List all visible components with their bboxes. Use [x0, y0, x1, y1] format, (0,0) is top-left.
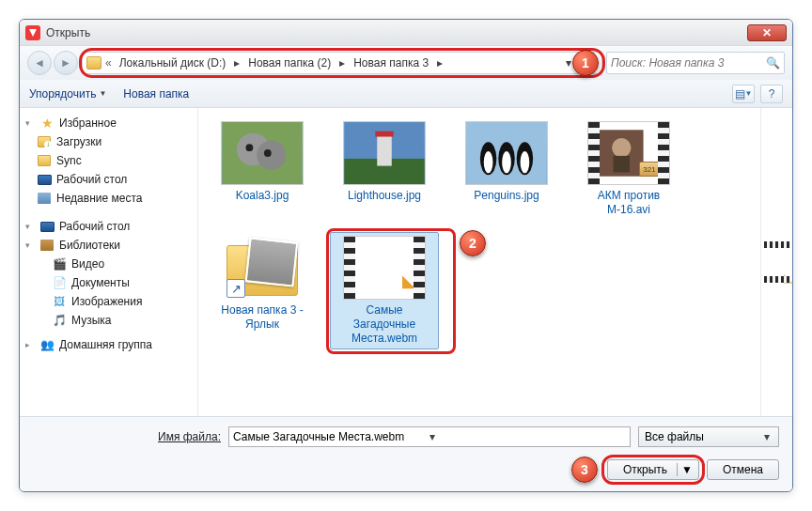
- chevron-down-icon: ▼: [99, 89, 106, 98]
- tree-collapse-icon[interactable]: ▾: [25, 118, 35, 128]
- filename-combobox[interactable]: Самые Загадочные Места.webm ▾: [228, 426, 631, 447]
- chevron-right-icon[interactable]: ▸: [336, 56, 348, 70]
- file-item-image[interactable]: Koala3.jpg: [208, 117, 317, 221]
- file-list[interactable]: Koala3.jpg Lighthouse.jpg Penguins.jpg 3…: [198, 108, 792, 416]
- player-badge-icon: 321: [639, 162, 660, 177]
- svg-point-4: [264, 149, 272, 157]
- svg-point-3: [246, 144, 254, 151]
- breadcrumb-seg-2[interactable]: Новая папка 3: [350, 54, 432, 71]
- breadcrumb-seg-1[interactable]: Новая папка (2): [244, 54, 335, 71]
- folder-icon: [38, 155, 51, 166]
- video-thumbnail: 321: [587, 121, 670, 185]
- chevron-right-icon[interactable]: ▸: [231, 56, 242, 70]
- video-thumbnail: ◣: [343, 236, 426, 300]
- sidebar-item-recent[interactable]: Недавние места: [23, 189, 194, 208]
- sidebar-item-downloads[interactable]: Загрузки: [23, 132, 194, 151]
- pictures-icon: 🖼: [52, 294, 67, 309]
- file-item-image[interactable]: Penguins.jpg: [452, 117, 561, 221]
- nav-back-button[interactable]: ◄: [27, 51, 52, 75]
- svg-point-13: [484, 151, 493, 173]
- filename-value: Самые Загадочные Места.webm: [233, 430, 427, 443]
- app-icon: [25, 25, 40, 40]
- sidebar-homegroup[interactable]: ▸ 👥 Домашняя группа: [23, 335, 194, 354]
- file-item-video[interactable]: 321 АКМ против М-16.avi: [574, 117, 683, 221]
- nav-arrows: ◄ ►: [27, 51, 78, 75]
- organize-button[interactable]: Упорядочить ▼: [29, 87, 106, 101]
- body-area: ▾ ★ Избранное Загрузки Sync Рабочий стол…: [20, 108, 792, 416]
- file-label: Lighthouse.jpg: [348, 189, 421, 203]
- file-label: Penguins.jpg: [474, 189, 539, 203]
- file-item-folder-shortcut[interactable]: ↗ Новая папка 3 - Ярлык: [208, 232, 317, 349]
- annotation-callout-2: 2: [460, 230, 486, 256]
- new-folder-button[interactable]: Новая папка: [123, 87, 189, 101]
- breadcrumb-prefix: «: [103, 56, 114, 70]
- sidebar-item-music[interactable]: 🎵Музыка: [23, 311, 194, 330]
- svg-point-14: [502, 151, 511, 173]
- view-options-button[interactable]: ▤ ▼: [732, 85, 755, 103]
- titlebar: Открыть ✕: [20, 20, 792, 46]
- video-icon: 🎬: [52, 256, 67, 271]
- annotation-callout-1: 1: [572, 50, 599, 76]
- open-button[interactable]: Открыть ▼: [607, 459, 699, 480]
- chevron-down-icon[interactable]: ▾: [761, 430, 773, 443]
- desktop-icon: [38, 175, 52, 185]
- sidebar-item-pictures[interactable]: 🖼Изображения: [23, 292, 194, 311]
- chevron-right-icon[interactable]: ▸: [434, 56, 445, 70]
- tree-expand-icon[interactable]: ▸: [25, 340, 35, 349]
- file-item-image[interactable]: Lighthouse.jpg: [330, 117, 439, 221]
- breadcrumb-bar[interactable]: « Локальный диск (D:) ▸ Новая папка (2) …: [82, 52, 602, 74]
- tree-collapse-icon[interactable]: ▾: [25, 240, 35, 250]
- document-icon: 📄: [52, 275, 67, 290]
- file-open-dialog: Открыть ✕ ◄ ► « Локальный диск (D:) ▸ Но…: [19, 19, 793, 492]
- file-label: АКМ против М-16.avi: [578, 189, 679, 217]
- svg-point-15: [521, 151, 530, 173]
- search-input[interactable]: [611, 56, 766, 70]
- desktop-icon: [40, 222, 55, 232]
- folder-thumbnail: ↗: [221, 236, 304, 300]
- play-badge-icon: ◣: [784, 271, 792, 285]
- image-thumbnail: [221, 121, 304, 185]
- file-label: Koala3.jpg: [236, 189, 289, 203]
- svg-rect-8: [375, 132, 393, 137]
- recent-icon: [38, 193, 51, 204]
- sidebar-desktop-root[interactable]: ▾ Рабочий стол: [23, 217, 194, 236]
- file-label: Новая папка 3 - Ярлык: [211, 303, 313, 332]
- breadcrumb-seg-0[interactable]: Локальный диск (D:): [116, 54, 230, 71]
- sidebar-item-documents[interactable]: 📄Документы: [23, 273, 194, 292]
- nav-forward-button[interactable]: ►: [54, 51, 78, 75]
- file-item-video-selected[interactable]: ◣ Самые Загадочные Места.webm: [330, 232, 439, 349]
- window-title: Открыть: [46, 26, 747, 39]
- sidebar: ▾ ★ Избранное Загрузки Sync Рабочий стол…: [20, 108, 198, 416]
- folder-icon: [86, 56, 102, 70]
- open-split-dropdown[interactable]: ▼: [677, 463, 695, 476]
- sidebar-item-videos[interactable]: 🎬Видео: [23, 255, 194, 273]
- close-button[interactable]: ✕: [747, 24, 787, 41]
- play-badge-icon: ◣: [402, 271, 415, 291]
- svg-point-17: [612, 138, 631, 157]
- libraries-icon: [40, 240, 54, 251]
- filename-label: Имя файла:: [33, 430, 221, 443]
- music-icon: 🎵: [52, 313, 67, 328]
- toolbar: Упорядочить ▼ Новая папка ▤ ▼ ?: [20, 80, 792, 108]
- file-label: Самые Загадочные Места.webm: [334, 303, 435, 346]
- cancel-button[interactable]: Отмена: [707, 459, 779, 480]
- preview-pane: ◣: [760, 108, 792, 416]
- sidebar-item-sync[interactable]: Sync: [23, 151, 194, 170]
- sidebar-item-desktop[interactable]: Рабочий стол: [23, 170, 194, 189]
- filetype-combobox[interactable]: Все файлы ▾: [638, 426, 779, 447]
- sidebar-libraries[interactable]: ▾ Библиотеки: [23, 236, 194, 255]
- sidebar-favorites[interactable]: ▾ ★ Избранное: [23, 114, 194, 132]
- star-icon: ★: [39, 116, 55, 131]
- svg-rect-18: [614, 156, 630, 172]
- annotation-callout-3: 3: [571, 457, 598, 483]
- image-thumbnail: [343, 121, 426, 185]
- chevron-down-icon[interactable]: ▾: [427, 430, 626, 443]
- dialog-footer: Имя файла: Самые Загадочные Места.webm ▾…: [20, 416, 792, 492]
- preview-thumbnail: ◣: [764, 241, 790, 283]
- homegroup-icon: 👥: [39, 337, 55, 352]
- navbar: ◄ ► « Локальный диск (D:) ▸ Новая папка …: [20, 46, 792, 80]
- search-box[interactable]: 🔍: [606, 52, 785, 74]
- image-thumbnail: [465, 121, 548, 185]
- tree-collapse-icon[interactable]: ▾: [25, 222, 35, 231]
- help-button[interactable]: ?: [760, 85, 783, 103]
